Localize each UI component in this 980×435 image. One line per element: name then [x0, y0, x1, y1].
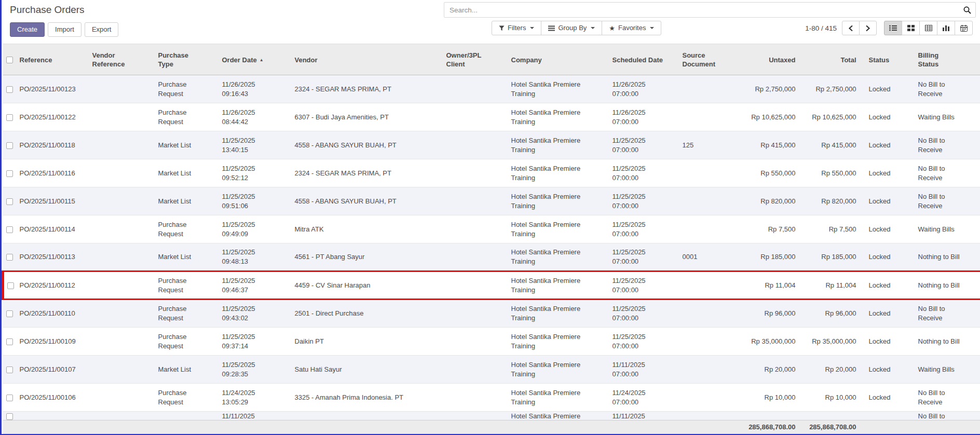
pager-previous-button[interactable] [842, 21, 860, 35]
import-button[interactable]: Import [48, 22, 81, 37]
column-header-reference[interactable]: Reference [17, 44, 89, 75]
cell-total[interactable] [800, 412, 861, 420]
cell-order-date[interactable]: 11/25/202513:40:15 [219, 131, 292, 159]
cell-order-date[interactable]: 11/25/202509:51:06 [219, 187, 292, 215]
cell-billing-status[interactable]: No Bill to Receive [911, 75, 980, 103]
cell-source-document[interactable]: 0001 [679, 243, 739, 271]
cell-total[interactable]: Rp 185,000 [800, 243, 861, 271]
cell-untaxed[interactable]: Rp 550,000 [739, 159, 800, 187]
cell-vendor[interactable]: 6307 - Budi Jaya Amenities, PT [292, 103, 443, 131]
cell-company[interactable]: Hotel Santika Premiere Training [508, 384, 609, 412]
column-header-source_document[interactable]: Source Document [679, 44, 739, 75]
column-header-select-all[interactable] [3, 44, 17, 75]
cell-total[interactable]: Rp 11,004 [800, 271, 861, 300]
export-button[interactable]: Export [85, 22, 119, 37]
cell-scheduled-date[interactable]: 11/26/202507:00:00 [609, 103, 679, 131]
column-header-owner[interactable]: Owner/3PL Client [443, 44, 508, 75]
cell-billing-status[interactable]: No Bill to Receive [911, 159, 980, 187]
table-row[interactable]: PO/2025/11/00123 Purchase Request 11/26/… [3, 75, 980, 103]
column-header-status[interactable]: Status [861, 44, 911, 75]
row-checkbox[interactable] [6, 413, 13, 420]
cell-purchase-type[interactable]: Purchase Request [155, 300, 219, 328]
cell-status[interactable]: Locked [861, 159, 911, 187]
cell-purchase-type[interactable]: Purchase Request [155, 328, 219, 356]
cell-total[interactable]: Rp 7,500 [800, 215, 861, 243]
group-by-button[interactable]: Group By [541, 21, 602, 35]
column-header-purchase_type[interactable]: Purchase Type [155, 44, 219, 75]
cell-untaxed[interactable]: Rp 7,500 [739, 215, 800, 243]
cell-vendor-reference[interactable] [89, 75, 155, 103]
cell-purchase-type[interactable] [155, 412, 219, 420]
column-header-company[interactable]: Company [508, 44, 609, 75]
cell-vendor[interactable]: Mitra ATK [292, 215, 443, 243]
cell-order-date[interactable]: 11/25/202509:43:02 [219, 300, 292, 328]
cell-total[interactable]: Rp 2,750,000 [800, 75, 861, 103]
row-checkbox[interactable] [6, 226, 13, 233]
row-checkbox[interactable] [7, 282, 14, 289]
cell-scheduled-date[interactable]: 11/25/202507:00:00 [609, 159, 679, 187]
cell-untaxed[interactable]: Rp 96,000 [739, 300, 800, 328]
cell-total[interactable]: Rp 10,625,000 [800, 103, 861, 131]
cell-billing-status[interactable]: Nothing to Bill [911, 271, 980, 300]
cell-owner-3pl-client[interactable] [443, 75, 508, 103]
row-checkbox[interactable] [6, 170, 13, 177]
cell-owner-3pl-client[interactable] [443, 328, 508, 356]
cell-purchase-type[interactable]: Purchase Request [155, 271, 219, 300]
cell-vendor[interactable]: 4558 - ABANG SAYUR BUAH, PT [292, 131, 443, 159]
cell-owner-3pl-client[interactable] [443, 103, 508, 131]
cell-scheduled-date[interactable]: 11/26/202507:00:00 [609, 75, 679, 103]
cell-scheduled-date[interactable]: 11/25/202507:00:00 [609, 215, 679, 243]
cell-reference[interactable]: PO/2025/11/00116 [17, 159, 89, 187]
cell-vendor[interactable]: 2324 - SEGAR MAS PRIMA, PT [292, 159, 443, 187]
cell-company[interactable]: Hotel Santika Premiere Training [508, 328, 609, 356]
pivot-view-button[interactable] [919, 21, 937, 35]
cell-total[interactable]: Rp 415,000 [800, 131, 861, 159]
cell-billing-status[interactable]: Waiting Bills [911, 356, 980, 384]
row-checkbox[interactable] [6, 254, 13, 261]
pager-next-button[interactable] [859, 21, 877, 35]
cell-reference[interactable] [17, 412, 89, 420]
cell-order-date[interactable]: 11/25/202509:37:14 [219, 328, 292, 356]
cell-untaxed[interactable]: Rp 10,625,000 [739, 103, 800, 131]
cell-vendor-reference[interactable] [89, 131, 155, 159]
cell-source-document[interactable] [679, 328, 739, 356]
cell-order-date[interactable]: 11/24/202513:05:29 [219, 384, 292, 412]
cell-vendor-reference[interactable] [89, 215, 155, 243]
cell-owner-3pl-client[interactable] [443, 215, 508, 243]
cell-owner-3pl-client[interactable] [443, 300, 508, 328]
cell-status[interactable]: Locked [861, 215, 911, 243]
cell-reference[interactable]: PO/2025/11/00114 [17, 215, 89, 243]
cell-owner-3pl-client[interactable] [443, 187, 508, 215]
cell-company[interactable]: Hotel Santika Premiere Training [508, 75, 609, 103]
cell-status[interactable]: Locked [861, 271, 911, 300]
cell-billing-status[interactable]: No Bill to Receive [911, 300, 980, 328]
cell-billing-status[interactable]: Nothing to Bill [911, 243, 980, 271]
cell-status[interactable]: Locked [861, 384, 911, 412]
cell-billing-status[interactable]: Nothing to Bill [911, 328, 980, 356]
cell-owner-3pl-client[interactable] [443, 384, 508, 412]
cell-vendor-reference[interactable] [89, 300, 155, 328]
cell-scheduled-date[interactable]: 11/25/202507:00:00 [609, 131, 679, 159]
table-row[interactable]: PO/2025/11/00116 Market List 11/25/20250… [3, 159, 980, 187]
favorites-button[interactable]: ★ Favorites [602, 21, 661, 35]
cell-owner-3pl-client[interactable] [443, 131, 508, 159]
cell-total[interactable]: Rp 550,000 [800, 159, 861, 187]
cell-vendor-reference[interactable] [89, 243, 155, 271]
cell-purchase-type[interactable]: Purchase Request [155, 384, 219, 412]
cell-vendor[interactable]: Daikin PT [292, 328, 443, 356]
cell-untaxed[interactable] [739, 412, 800, 420]
cell-untaxed[interactable]: Rp 10,000 [739, 384, 800, 412]
cell-untaxed[interactable]: Rp 2,750,000 [739, 75, 800, 103]
cell-reference[interactable]: PO/2025/11/00118 [17, 131, 89, 159]
cell-reference[interactable]: PO/2025/11/00113 [17, 243, 89, 271]
cell-company[interactable]: Hotel Santika Premiere Training [508, 131, 609, 159]
table-row[interactable]: PO/2025/11/00107 Market List 11/25/20250… [3, 356, 980, 384]
cell-purchase-type[interactable]: Market List [155, 187, 219, 215]
cell-scheduled-date[interactable]: 11/25/202507:00:00 [609, 187, 679, 215]
cell-vendor[interactable]: 4561 - PT Abang Sayur [292, 243, 443, 271]
table-row[interactable]: PO/2025/11/00122 Purchase Request 11/26/… [3, 103, 980, 131]
cell-billing-status[interactable]: No Bill to Receive [911, 187, 980, 215]
cell-total[interactable]: Rp 96,000 [800, 300, 861, 328]
cell-source-document[interactable] [679, 412, 739, 420]
column-header-scheduled_date[interactable]: Scheduled Date [609, 44, 679, 75]
